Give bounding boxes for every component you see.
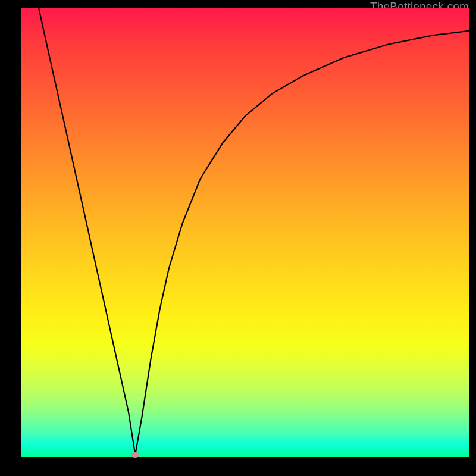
bottleneck-curve [21, 8, 469, 457]
chart-area [21, 8, 469, 457]
